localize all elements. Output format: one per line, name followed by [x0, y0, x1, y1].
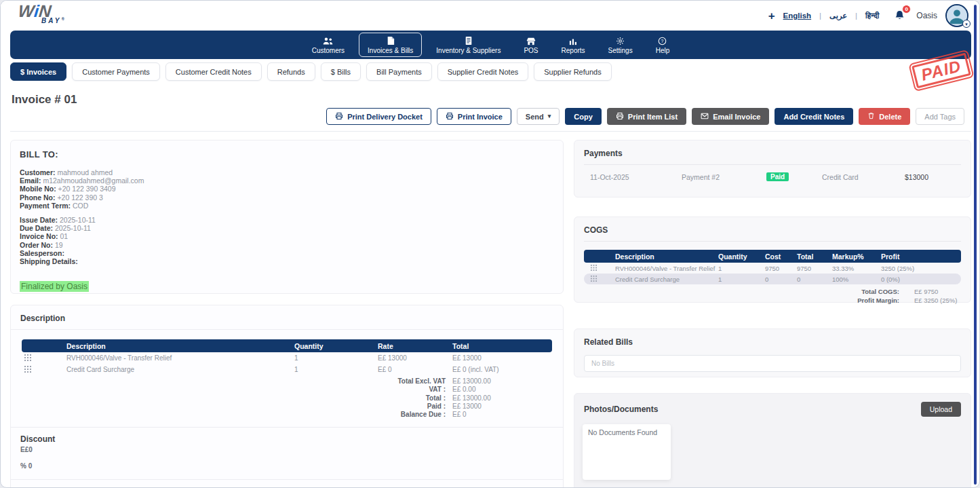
related-bills-select[interactable]: No Bills [584, 355, 961, 372]
bell-icon [894, 14, 905, 22]
nav-label: Reports [562, 47, 585, 54]
top-header: WiN BAY® + English | عربى | हिन्दी 0 Oas… [1, 1, 979, 31]
header-actions: + English | عربى | हिन्दी 0 Oasis ▾ [768, 1, 968, 31]
language-english[interactable]: English [783, 12, 812, 20]
notification-badge: 0 [902, 5, 911, 14]
bill-to-field: Due Date: 2025-10-11 [20, 224, 554, 232]
tab-bills[interactable]: $ Bills [321, 62, 361, 81]
documents-title: Photos/Documents [584, 405, 658, 414]
nav-item-pos[interactable]: POS [515, 33, 547, 57]
delete-button[interactable]: Delete [859, 108, 910, 125]
send-dropdown-button[interactable]: Send ▾ [517, 108, 560, 125]
separator: | [819, 12, 821, 20]
drag-handle-icon[interactable] [591, 265, 597, 272]
nav-item-help[interactable]: ? Help [647, 33, 679, 57]
bill-to-field: Payment Term: COD [20, 202, 554, 210]
separator: | [855, 12, 857, 20]
paid-status-badge: Paid [766, 172, 789, 181]
bill-to-field: Order No: 19 [20, 241, 554, 249]
bill-to-field: Email: m12ahmoudahmed@gmail.com [20, 176, 554, 185]
tab-bill-payments[interactable]: Bill Payments [366, 62, 432, 81]
no-documents-placeholder: No Documents Found [583, 424, 671, 480]
storefront-icon [526, 35, 536, 45]
nav-item-inventory-suppliers[interactable]: Inventory & Suppliers [427, 33, 509, 57]
payment-date: 11-Oct-2025 [590, 173, 682, 181]
username: Oasis [916, 11, 937, 20]
cogs-card: COGS Description Quantity Cost Total Mar… [574, 217, 971, 303]
invoice-document-icon [387, 35, 395, 45]
items-table-header: Description Quantity Rate Total [22, 339, 552, 352]
add-tags-button[interactable]: Add Tags [916, 108, 964, 125]
scrollbar[interactable] [974, 5, 977, 485]
svg-text:?: ? [661, 39, 664, 43]
nav-label: Help [656, 47, 670, 54]
nav-item-settings[interactable]: Settings [600, 33, 642, 57]
upload-button[interactable]: Upload [921, 402, 961, 417]
trash-icon [867, 112, 875, 121]
print-invoice-button[interactable]: Print Invoice [437, 108, 511, 125]
divider [11, 479, 563, 480]
language-arabic[interactable]: عربى [829, 11, 847, 20]
user-menu[interactable]: ▾ [945, 4, 968, 27]
payment-ref: Payment #2 [682, 173, 766, 181]
brand-logo-text: WiN [18, 3, 82, 20]
cogs-table: Description Quantity Cost Total Markup% … [584, 250, 961, 305]
payment-row[interactable]: 11-Oct-2025 Payment #2 Paid Credit Card … [574, 172, 971, 181]
items-totals: Total Excl. VATE£ 13000.00 VAT :E£ 0.00 … [22, 377, 552, 419]
drag-handle-icon[interactable] [24, 366, 31, 374]
caret-down-icon: ▾ [548, 113, 551, 119]
items-table: Description Quantity Rate Total RVH00004… [22, 339, 552, 419]
bill-to-field: Customer: mahmoud ahmed [20, 168, 554, 176]
related-bills-card: Related Bills No Bills [574, 329, 971, 377]
drag-handle-icon[interactable] [591, 276, 597, 283]
help-icon: ? [658, 35, 667, 45]
cogs-title: COGS [574, 217, 971, 241]
bill-to-field: Mobile No: +20 122 390 3409 [20, 185, 554, 193]
finalized-badge: Finalized by Oasis [20, 281, 89, 292]
payments-title: Payments [574, 140, 971, 164]
nav-label: POS [524, 47, 538, 54]
language-hindi[interactable]: हिन्दी [865, 12, 879, 20]
payments-card: Payments 11-Oct-2025 Payment #2 Paid Cre… [574, 140, 971, 198]
nav-item-invoices-bills[interactable]: Invoices & Bills [359, 33, 422, 57]
notifications-button[interactable]: 0 [894, 10, 905, 22]
customers-icon [322, 35, 334, 45]
nav-item-reports[interactable]: Reports [553, 33, 594, 57]
copy-button[interactable]: Copy [565, 108, 602, 125]
invoice-toolbar: Print Delivery Docket Print Invoice Send… [326, 108, 964, 125]
discount-percent: % 0 [11, 462, 563, 470]
item-row: RVH000046/Valve - Transfer Relief 1 E£ 1… [22, 352, 552, 364]
inventory-clipboard-icon [465, 35, 473, 45]
tab-invoices[interactable]: $ Invoices [10, 62, 66, 81]
quick-add-icon[interactable]: + [768, 10, 775, 22]
divider [584, 164, 961, 165]
nav-label: Inventory & Suppliers [436, 47, 501, 54]
printer-icon [446, 112, 454, 121]
gear-icon [616, 35, 625, 45]
payment-method: Credit Card [822, 173, 905, 181]
bill-to-field: Issue Date: 2025-10-11 [20, 216, 554, 224]
tab-supplier-credit-notes[interactable]: Supplier Credit Notes [437, 62, 529, 81]
drag-handle-icon[interactable] [24, 354, 31, 362]
bill-to-field: Shipping Details: [20, 257, 554, 265]
print-item-list-button[interactable]: Print Item List [607, 108, 686, 125]
printer-icon [335, 112, 343, 121]
print-delivery-docket-button[interactable]: Print Delivery Docket [326, 108, 431, 125]
bill-to-card: BILL TO: Customer: mahmoud ahmed Email: … [10, 140, 564, 294]
tab-refunds[interactable]: Refunds [267, 62, 315, 81]
email-invoice-button[interactable]: Email Invoice [692, 108, 769, 125]
brand-logo[interactable]: WiN BAY® [18, 3, 81, 24]
chevron-down-icon: ▾ [962, 20, 971, 28]
documents-card: Photos/Documents Upload No Documents Fou… [574, 393, 971, 488]
tab-customer-payments[interactable]: Customer Payments [72, 62, 160, 81]
tab-supplier-refunds[interactable]: Supplier Refunds [534, 62, 611, 81]
nav-item-customers[interactable]: Customers [303, 33, 353, 57]
printer-icon [616, 112, 624, 121]
app-window: WiN BAY® + English | عربى | हिन्दी 0 Oas… [0, 0, 980, 488]
bill-to-field: Salesperson: [20, 249, 554, 257]
divider [10, 131, 971, 132]
nav-label: Invoices & Bills [368, 47, 413, 54]
cogs-row: Credit Card Surcharge 1 0 0 100% 0 (0%) [584, 274, 961, 284]
tab-customer-credit-notes[interactable]: Customer Credit Notes [165, 62, 262, 81]
add-credit-notes-button[interactable]: Add Credit Notes [775, 108, 853, 125]
